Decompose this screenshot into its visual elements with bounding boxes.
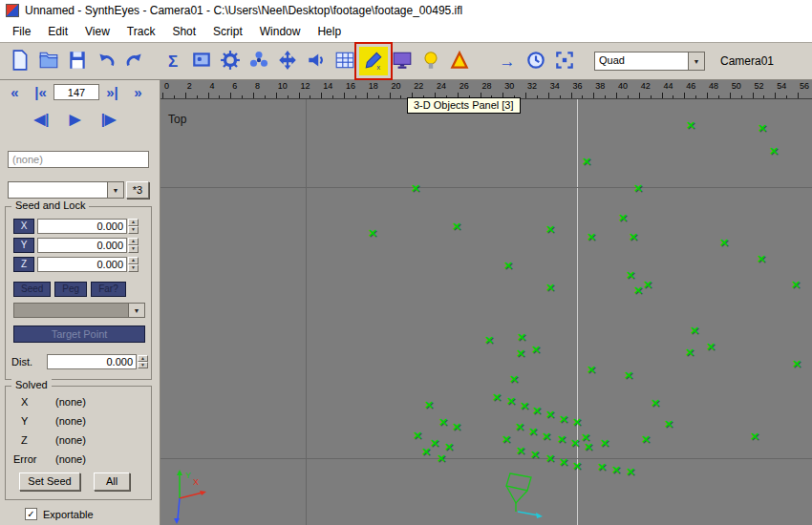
tracker-point[interactable]: × — [587, 229, 597, 243]
next-key-button[interactable]: »| — [99, 84, 125, 100]
x-value-field[interactable]: 0.000 — [37, 219, 127, 234]
tracker-point[interactable]: × — [424, 397, 435, 411]
tracker-point[interactable]: × — [641, 431, 652, 446]
tracker-point[interactable]: × — [559, 411, 569, 426]
exportable-checkbox[interactable]: ✓ — [25, 508, 37, 520]
tracker-point[interactable]: × — [629, 229, 639, 243]
go-to-end-button[interactable]: » — [125, 84, 151, 100]
tracker-point[interactable]: × — [516, 346, 526, 360]
tracker-select[interactable]: ▼ — [8, 181, 124, 199]
tracker-point[interactable]: × — [545, 451, 556, 465]
tracker-point[interactable]: × — [438, 414, 449, 429]
spinner-up-icon[interactable]: ▲ — [138, 355, 148, 362]
tracker-point[interactable]: × — [452, 219, 462, 233]
tracker-point[interactable]: × — [686, 117, 696, 132]
tracker-point[interactable]: × — [572, 414, 583, 429]
target-point-button[interactable]: Target Point — [13, 326, 145, 343]
tracker-point[interactable]: × — [581, 430, 591, 444]
view-layout-select[interactable]: Quad ▼ — [594, 52, 705, 71]
y-spinner[interactable]: ▲▼ — [128, 238, 139, 253]
x-spinner[interactable]: ▲▼ — [128, 219, 139, 234]
tracker-point[interactable]: × — [557, 431, 567, 446]
tracker-point[interactable]: × — [633, 283, 644, 297]
open-file-button[interactable] — [34, 47, 63, 75]
tracker-point[interactable]: × — [758, 120, 768, 135]
step-forward-button[interactable]: |▶ — [96, 111, 121, 128]
tracker-point[interactable]: × — [757, 251, 767, 265]
menu-window[interactable]: Window — [251, 23, 310, 40]
frame-number-input[interactable] — [53, 84, 99, 100]
move-tool-button[interactable] — [273, 47, 302, 75]
far-button[interactable]: Far? — [91, 282, 126, 297]
viewport-area[interactable]: 0246810121416182022242628303234363840424… — [160, 80, 812, 525]
tracker-point[interactable]: × — [530, 447, 541, 461]
tracker-point[interactable]: × — [706, 339, 716, 353]
go-button[interactable]: → — [493, 47, 522, 75]
peg-button[interactable]: Peg — [54, 282, 87, 297]
z-spinner[interactable]: ▲▼ — [128, 257, 139, 272]
solver-button[interactable] — [445, 47, 474, 75]
tracker-name-field[interactable]: (none) — [8, 151, 149, 168]
tracker-point[interactable]: × — [452, 419, 462, 433]
chevron-down-icon[interactable]: ▼ — [107, 182, 123, 198]
menu-script[interactable]: Script — [204, 23, 251, 40]
spinner-down-icon[interactable]: ▼ — [128, 264, 139, 272]
tracker-point[interactable]: × — [492, 389, 502, 404]
tracker-point[interactable]: × — [484, 332, 495, 346]
sound-button[interactable] — [302, 47, 331, 75]
tracker-point[interactable]: × — [559, 454, 569, 469]
tracker-point[interactable]: × — [626, 267, 636, 282]
menu-file[interactable]: File — [4, 23, 39, 40]
tracker-point[interactable]: × — [651, 395, 661, 410]
tracker-point[interactable]: × — [437, 451, 447, 465]
fit-view-button[interactable] — [550, 47, 579, 75]
chevron-down-icon[interactable]: ▼ — [128, 304, 144, 317]
tracker-point[interactable]: × — [542, 429, 552, 443]
step-back-button[interactable]: ◀| — [29, 111, 54, 128]
tracker-point[interactable]: × — [516, 443, 526, 457]
z-value-field[interactable]: 0.000 — [37, 257, 127, 272]
set-seed-button[interactable]: Set Seed — [19, 472, 80, 491]
motion-tracking-button[interactable] — [245, 47, 273, 75]
menu-track[interactable]: Track — [118, 23, 164, 40]
spinner-down-icon[interactable]: ▼ — [138, 362, 148, 368]
objects-panel-button[interactable]: x — [359, 47, 388, 75]
tracker-point[interactable]: × — [643, 277, 653, 291]
tracker-point[interactable]: × — [506, 393, 517, 408]
tracker-point[interactable]: × — [769, 143, 780, 158]
all-button[interactable]: All — [94, 472, 130, 491]
tracker-point[interactable]: × — [368, 225, 378, 240]
multi-tracker-button[interactable]: *3 — [126, 181, 149, 199]
tracker-point[interactable]: × — [517, 329, 527, 344]
save-button[interactable] — [63, 47, 92, 75]
menu-edit[interactable]: Edit — [39, 23, 76, 40]
tracker-point[interactable]: × — [618, 210, 629, 224]
spinner-up-icon[interactable]: ▲ — [128, 257, 139, 264]
dist-value-field[interactable]: 0.000 — [47, 354, 137, 369]
spinner-down-icon[interactable]: ▼ — [128, 226, 139, 234]
tracker-point[interactable]: × — [502, 431, 512, 446]
tracker-point[interactable]: × — [545, 407, 556, 421]
tracker-point[interactable]: × — [509, 371, 520, 386]
tracker-point[interactable]: × — [719, 235, 730, 249]
spinner-down-icon[interactable]: ▼ — [128, 245, 139, 253]
menu-shot[interactable]: Shot — [163, 23, 204, 40]
new-scene-button[interactable] — [6, 47, 34, 75]
tracker-point[interactable]: × — [421, 444, 432, 458]
tracker-point[interactable]: × — [532, 403, 543, 417]
play-button[interactable]: ▶ — [62, 111, 88, 128]
x-axis-button[interactable]: X — [13, 219, 34, 234]
tracker-point[interactable]: × — [587, 362, 597, 376]
lock-target-select[interactable]: ▼ — [13, 303, 145, 318]
y-axis-button[interactable]: Y — [13, 238, 34, 253]
redo-button[interactable] — [120, 47, 149, 75]
z-axis-button[interactable]: Z — [13, 257, 34, 272]
summary-button[interactable]: Σ — [159, 47, 187, 75]
render-view-button[interactable] — [388, 47, 417, 75]
chevron-down-icon[interactable]: ▼ — [688, 52, 704, 70]
tracker-point[interactable]: × — [545, 280, 556, 294]
tracker-point[interactable]: × — [791, 277, 801, 291]
spinner-up-icon[interactable]: ▲ — [128, 238, 139, 245]
tracker-point[interactable]: × — [685, 345, 695, 359]
menu-help[interactable]: Help — [309, 23, 350, 40]
